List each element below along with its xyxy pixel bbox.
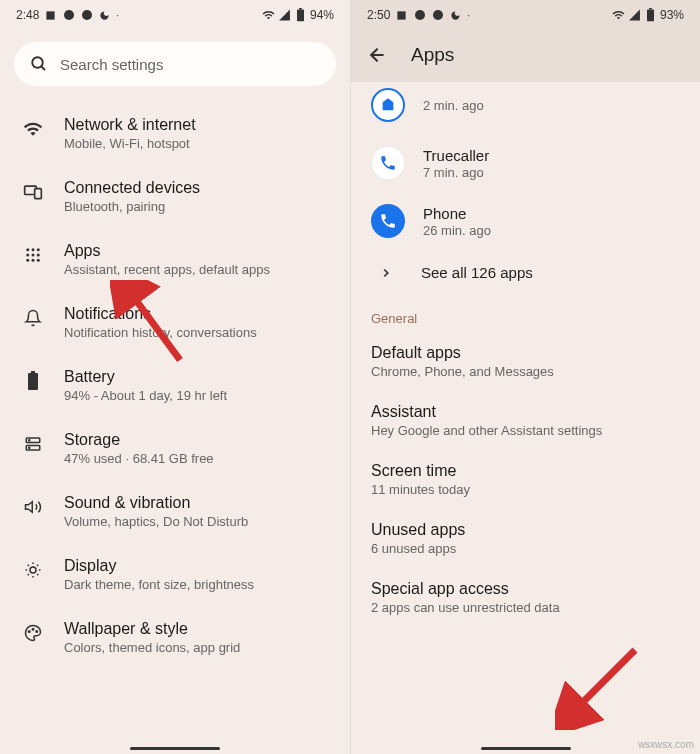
app-name: Phone xyxy=(423,205,680,222)
item-title: Wallpaper & style xyxy=(64,620,330,638)
item-subtitle: 2 apps can use unrestricted data xyxy=(371,600,680,615)
app-sub: 2 min. ago xyxy=(423,98,680,113)
settings-item-wallpaper[interactable]: Wallpaper & styleColors, themed icons, a… xyxy=(0,606,350,669)
svg-point-26 xyxy=(32,629,34,631)
recent-apps-list: 2 min. ago Truecaller7 min. ago Phone26 … xyxy=(351,82,700,299)
svg-point-24 xyxy=(30,567,36,573)
chevron-right-icon xyxy=(379,266,393,280)
phone-right-apps: 2:50 · 93% Apps 2 min. ago xyxy=(350,0,700,754)
battery-percent: 94% xyxy=(310,8,334,22)
app-icon xyxy=(371,88,405,122)
settings-item-devices[interactable]: Connected devicesBluetooth, pairing xyxy=(0,165,350,228)
item-title: Storage xyxy=(64,431,330,449)
svg-line-36 xyxy=(575,650,635,710)
status-bar: 2:48 · 94% xyxy=(0,0,350,30)
devices-icon xyxy=(22,181,44,203)
settings-item-sound[interactable]: Sound & vibrationVolume, haptics, Do Not… xyxy=(0,480,350,543)
display-icon xyxy=(22,559,44,581)
search-settings[interactable]: Search settings xyxy=(14,42,336,86)
app-name: Truecaller xyxy=(423,147,680,164)
settings-item-storage[interactable]: Storage47% used · 68.41 GB free xyxy=(0,417,350,480)
moon-icon xyxy=(98,9,111,22)
moon-icon xyxy=(449,9,462,22)
see-all-apps[interactable]: See all 126 apps xyxy=(351,250,700,299)
phone-left-settings: 2:48 · 94% Search settings Network & int… xyxy=(0,0,350,754)
item-subtitle: Notification history, conversations xyxy=(64,325,330,340)
svg-point-9 xyxy=(26,248,29,251)
settings-item-network[interactable]: Network & internetMobile, Wi-Fi, hotspot xyxy=(0,102,350,165)
battery-icon xyxy=(22,370,44,392)
apps-page-title: Apps xyxy=(411,44,454,66)
item-subtitle: Chrome, Phone, and Messages xyxy=(371,364,680,379)
svg-rect-3 xyxy=(297,9,304,21)
storage-icon xyxy=(22,433,44,455)
svg-point-16 xyxy=(32,259,35,262)
see-all-label: See all 126 apps xyxy=(421,264,533,281)
svg-rect-8 xyxy=(35,189,42,199)
general-item-assistant[interactable]: Assistant Hey Google and other Assistant… xyxy=(351,391,700,450)
svg-point-11 xyxy=(37,248,40,251)
annotation-arrow-2 xyxy=(555,640,645,730)
svg-point-13 xyxy=(32,254,35,257)
svg-rect-18 xyxy=(28,373,38,390)
svg-point-12 xyxy=(26,254,29,257)
item-subtitle: Dark theme, font size, brightness xyxy=(64,577,330,592)
item-subtitle: 6 unused apps xyxy=(371,541,680,556)
general-item-screen-time[interactable]: Screen time 11 minutes today xyxy=(351,450,700,509)
svg-rect-19 xyxy=(31,371,35,373)
annotation-arrow-1 xyxy=(110,280,190,370)
recent-app-row[interactable]: Truecaller7 min. ago xyxy=(351,134,700,192)
svg-point-14 xyxy=(37,254,40,257)
svg-point-5 xyxy=(32,57,43,68)
phone-status-icon xyxy=(62,9,75,22)
svg-point-27 xyxy=(36,631,38,633)
svg-point-15 xyxy=(26,259,29,262)
item-title: Battery xyxy=(64,368,330,386)
general-section-label: General xyxy=(351,299,700,332)
settings-list: Network & internetMobile, Wi-Fi, hotspot… xyxy=(0,96,350,675)
wifi-icon xyxy=(22,118,44,140)
item-subtitle: Bluetooth, pairing xyxy=(64,199,330,214)
phone-app-icon xyxy=(371,204,405,238)
svg-point-29 xyxy=(415,10,425,20)
svg-point-10 xyxy=(32,248,35,251)
app-sub: 26 min. ago xyxy=(423,223,680,238)
svg-line-34 xyxy=(130,292,180,360)
truecaller-icon xyxy=(371,146,405,180)
signal-icon xyxy=(628,9,641,22)
phone-status-icon xyxy=(413,9,426,22)
item-title: Assistant xyxy=(371,403,680,421)
status-time: 2:48 xyxy=(16,8,39,22)
item-title: Connected devices xyxy=(64,179,330,197)
battery-percent: 93% xyxy=(660,8,684,22)
settings-item-display[interactable]: DisplayDark theme, font size, brightness xyxy=(0,543,350,606)
battery-icon xyxy=(644,9,657,22)
svg-rect-32 xyxy=(649,8,652,9)
recent-app-row[interactable]: 2 min. ago xyxy=(351,82,700,134)
home-indicator[interactable] xyxy=(481,747,571,750)
app-sub: 7 min. ago xyxy=(423,165,680,180)
recent-app-row[interactable]: Phone26 min. ago xyxy=(351,192,700,250)
item-subtitle: Colors, themed icons, app grid xyxy=(64,640,330,655)
home-indicator[interactable] xyxy=(130,747,220,750)
notif-icon xyxy=(44,9,57,22)
svg-rect-31 xyxy=(647,9,654,21)
item-title: Sound & vibration xyxy=(64,494,330,512)
general-item-special-access[interactable]: Special app access 2 apps can use unrest… xyxy=(351,568,700,627)
svg-rect-4 xyxy=(299,8,302,9)
item-title: Default apps xyxy=(371,344,680,362)
item-subtitle: Assistant, recent apps, default apps xyxy=(64,262,330,277)
status-dot: · xyxy=(116,10,119,21)
back-button[interactable] xyxy=(367,45,387,65)
svg-point-23 xyxy=(29,447,30,448)
wifi-status-icon xyxy=(262,9,275,22)
wallpaper-icon xyxy=(22,622,44,644)
bell-icon xyxy=(22,307,44,329)
general-item-default-apps[interactable]: Default apps Chrome, Phone, and Messages xyxy=(351,332,700,391)
item-title: Unused apps xyxy=(371,521,680,539)
general-item-unused-apps[interactable]: Unused apps 6 unused apps xyxy=(351,509,700,568)
item-subtitle: 47% used · 68.41 GB free xyxy=(64,451,330,466)
wifi-status-icon xyxy=(612,9,625,22)
item-subtitle: 11 minutes today xyxy=(371,482,680,497)
item-subtitle: Hey Google and other Assistant settings xyxy=(371,423,680,438)
